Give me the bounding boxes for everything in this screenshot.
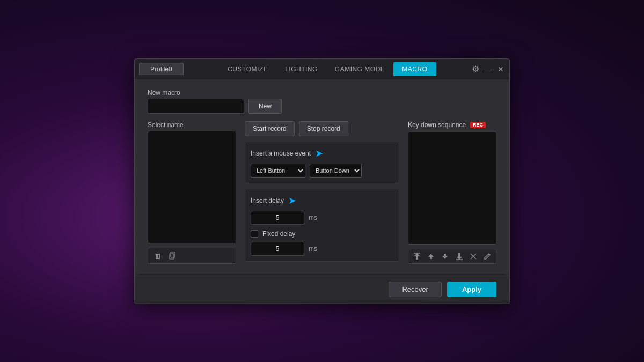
button-type-select[interactable]: Left Button Right Button Middle Button	[251, 164, 305, 178]
tab-customize[interactable]: CUSTOMIZE	[219, 62, 276, 76]
delete-macro-button[interactable]	[152, 250, 163, 261]
move-down-button[interactable]	[440, 252, 450, 261]
delete-sequence-button[interactable]	[469, 252, 478, 261]
key-down-sequence-area	[408, 132, 496, 245]
profile-tab[interactable]: Profile0	[139, 63, 184, 75]
apply-button[interactable]: Apply	[447, 282, 496, 297]
move-top-button[interactable]	[412, 252, 422, 261]
fixed-delay-checkbox[interactable]	[251, 230, 258, 238]
tab-lighting[interactable]: LIGHTING	[276, 62, 326, 76]
edit-sequence-button[interactable]	[482, 252, 492, 261]
key-down-label: Key down sequence	[408, 121, 466, 129]
new-macro-section: New macro New	[148, 89, 496, 114]
tab-macro[interactable]: MACRO	[393, 62, 436, 76]
right-panel: Key down sequence REC	[408, 121, 496, 264]
insert-delay-label: Insert delay	[251, 197, 284, 204]
bottom-bar: Recover Apply	[135, 275, 509, 304]
svg-rect-1	[170, 254, 174, 259]
mouse-event-label: Insert a mouse event	[251, 150, 311, 157]
fixed-delay-label: Fixed delay	[262, 230, 295, 238]
move-bottom-button[interactable]	[455, 252, 464, 261]
tab-gaming-mode[interactable]: GAMING MODE	[326, 62, 394, 76]
delay-section: Insert delay ➤ ms Fixed delay ms	[245, 189, 399, 262]
start-record-button[interactable]: Start record	[245, 121, 295, 136]
sequence-actions	[408, 249, 496, 264]
left-panel: Select name	[148, 121, 236, 264]
new-macro-input-row: New	[148, 99, 496, 114]
new-macro-label: New macro	[148, 89, 496, 97]
close-button[interactable]: ✕	[496, 65, 505, 73]
recover-button[interactable]: Recover	[389, 282, 441, 297]
fixed-delay-value-input[interactable]	[251, 242, 304, 256]
delay-value-input[interactable]	[251, 211, 304, 225]
delay-input-row: ms	[251, 211, 393, 225]
middle-panel: Start record Stop record Insert a mouse …	[245, 121, 399, 264]
select-name-list[interactable]	[148, 131, 236, 243]
settings-icon[interactable]: ⚙	[472, 64, 479, 74]
new-macro-input[interactable]	[148, 99, 244, 114]
copy-macro-button[interactable]	[167, 250, 178, 261]
fixed-delay-unit: ms	[309, 245, 317, 253]
window-controls: ⚙ — ✕	[472, 64, 505, 74]
tab-area: CUSTOMIZE LIGHTING GAMING MODE MACRO	[184, 62, 472, 76]
titlebar: Profile0 CUSTOMIZE LIGHTING GAMING MODE …	[135, 59, 509, 79]
delay-unit: ms	[309, 214, 317, 221]
delay-header: Insert delay ➤	[251, 195, 393, 206]
rec-badge: REC	[470, 122, 486, 128]
mouse-event-dropdowns: Left Button Right Button Middle Button B…	[251, 164, 393, 178]
list-actions	[148, 248, 236, 264]
button-action-select[interactable]: Button Down Button Up	[310, 164, 362, 178]
select-name-label: Select name	[148, 121, 236, 129]
new-macro-button[interactable]: New	[248, 99, 282, 114]
delay-arrow-icon: ➤	[288, 195, 296, 206]
svg-rect-0	[171, 252, 175, 257]
mouse-event-arrow-icon: ➤	[315, 147, 323, 159]
content-area: New macro New Select name	[135, 79, 509, 274]
move-up-button[interactable]	[426, 252, 436, 261]
stop-record-button[interactable]: Stop record	[299, 121, 348, 136]
minimize-button[interactable]: —	[484, 65, 492, 73]
fixed-delay-row: Fixed delay	[251, 230, 393, 238]
key-down-sequence-header: Key down sequence REC	[408, 121, 496, 129]
record-row: Start record Stop record	[245, 121, 399, 136]
mouse-event-section: Insert a mouse event ➤ Left Button Right…	[245, 142, 399, 183]
main-window: Profile0 CUSTOMIZE LIGHTING GAMING MODE …	[134, 58, 510, 304]
main-body: Select name	[148, 121, 496, 264]
mouse-event-header: Insert a mouse event ➤	[251, 147, 393, 159]
fixed-delay-input-row: ms	[251, 242, 393, 256]
